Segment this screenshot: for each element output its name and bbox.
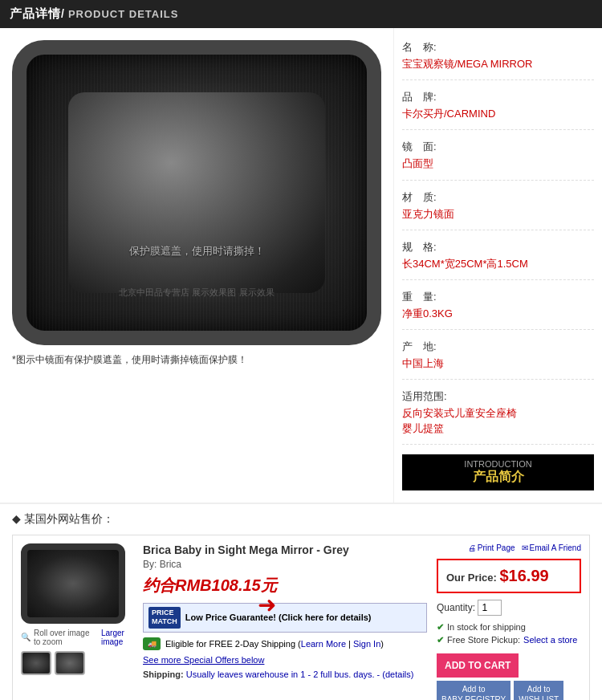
store-row: ✔ Free Store Pickup: Select a store	[437, 635, 581, 645]
buttons-section: ADD TO CART Add to BABY REGISTRY Add to …	[437, 653, 581, 700]
product-main-image: 保护膜遮盖，使用时请撕掉！ 北京中田品专营店 展示效果图 展示效果	[12, 40, 381, 345]
page-header: 产品详情/PRODUCT DETAILS	[0, 0, 602, 28]
quantity-row: Quantity:	[437, 600, 581, 616]
spec-material-label: 材 质:	[402, 190, 594, 205]
spec-mirror: 镜 面: 凸面型	[402, 140, 594, 180]
thumbnail-1[interactable]	[21, 651, 51, 675]
spec-weight-value: 净重0.3KG	[402, 307, 594, 321]
card-brand: By: Brica	[143, 559, 427, 570]
watermark-text: 北京中田品专营店 展示效果图 展示效果	[119, 287, 274, 299]
card-middle: Brica Baby in Sight Mega Mirror - Grey B…	[143, 543, 427, 700]
shipping-info: Shipping: Usually leaves warehouse in 1 …	[143, 669, 427, 679]
special-offers-link[interactable]: See more Special Offers below	[143, 655, 427, 665]
spec-origin-label: 产 地:	[402, 340, 594, 354]
our-price-box: Our Price: $16.99	[437, 559, 581, 593]
spec-brand-label: 品 牌:	[402, 90, 594, 104]
mirror-inner	[68, 92, 325, 293]
add-to-registry-button[interactable]: Add to BABY REGISTRY	[437, 681, 510, 700]
email-friend-link[interactable]: ✉ Email A Friend	[522, 543, 581, 552]
card-product-title: Brica Baby in Sight Mega Mirror - Grey	[143, 543, 427, 556]
add-to-wishlist-button[interactable]: Add to WISH LIST	[514, 681, 563, 700]
intro-english: INTRODUCTION	[407, 459, 589, 469]
print-email-row: 🖨 Print Page ✉ Email A Friend	[437, 543, 581, 552]
spec-name-value: 宝宝观察镜/MEGA MIRROR	[402, 57, 594, 71]
spec-scope-label: 适用范围:	[402, 389, 594, 404]
rmb-price: 约合RMB108.15元	[143, 575, 427, 596]
larger-image-link[interactable]: Larger image	[101, 629, 133, 646]
arrow-icon: ➜	[258, 592, 276, 617]
learn-more-link[interactable]: Learn More	[301, 639, 346, 649]
card-product-image	[21, 543, 125, 624]
our-price-value: $16.99	[499, 567, 548, 584]
spec-size-value: 长34CM*宽25CM*高1.5CM	[402, 257, 594, 271]
product-card: ➜ 🔍 Roll over image to zoom Larger image…	[12, 535, 590, 700]
check-icon: ✔	[437, 622, 444, 633]
sign-in-link[interactable]: Sign In	[353, 639, 380, 649]
quantity-label: Quantity:	[437, 602, 475, 613]
spec-scope-value: 反向安装式儿童安全座椅 婴儿提篮	[402, 406, 594, 435]
spec-mirror-label: 镜 面:	[402, 140, 594, 154]
our-price-label: Our Price:	[446, 572, 497, 584]
intro-header: INTRODUCTION 产品简介	[402, 454, 594, 490]
spec-material-value: 亚克力镜面	[402, 207, 594, 222]
print-page-link[interactable]: 🖨 Print Page	[468, 543, 515, 552]
spec-weight-label: 重 量:	[402, 290, 594, 304]
card-image-section: 🔍 Roll over image to zoom Larger image	[21, 543, 133, 700]
spec-origin: 产 地: 中国上海	[402, 340, 594, 380]
card-right: 🖨 Print Page ✉ Email A Friend Our Price:…	[437, 543, 581, 700]
spec-brand: 品 牌: 卡尔买丹/CARMIND	[402, 90, 594, 130]
price-match-text: Low Price Guarantee! (Click here for det…	[185, 612, 372, 622]
foreign-website-section: 某国外网站售价： ➜ 🔍 Roll over image to zoom Lar…	[0, 504, 602, 700]
spec-scope: 适用范围: 反向安装式儿童安全座椅 婴儿提篮	[402, 389, 594, 444]
spec-name: 名 称: 宝宝观察镜/MEGA MIRROR	[402, 40, 594, 80]
spec-origin-value: 中国上海	[402, 356, 594, 371]
magnify-icon: 🔍	[21, 633, 31, 641]
free-pickup-text: Free Store Pickup:	[447, 635, 520, 645]
thumbnail-row	[21, 651, 133, 675]
spec-weight: 重 量: 净重0.3KG	[402, 290, 594, 330]
in-stock-text: In stock for shipping	[447, 622, 526, 632]
quantity-input[interactable]	[478, 600, 502, 616]
check-icon-2: ✔	[437, 635, 444, 645]
intro-chinese: 产品简介	[407, 469, 589, 486]
spec-mirror-value: 凸面型	[402, 157, 594, 171]
add-to-cart-button[interactable]: ADD TO CART	[437, 653, 519, 678]
spec-brand-value: 卡尔买丹/CARMIND	[402, 107, 594, 121]
product-image-section: 保护膜遮盖，使用时请撕掉！ 北京中田品专营店 展示效果图 展示效果 *图示中镜面…	[0, 28, 393, 503]
product-specs: 名 称: 宝宝观察镜/MEGA MIRROR 品 牌: 卡尔买丹/CARMIND…	[393, 28, 602, 503]
roll-over-zoom: 🔍 Roll over image to zoom Larger image	[21, 629, 133, 646]
spec-material: 材 质: 亚克力镜面	[402, 190, 594, 230]
product-details-section: 保护膜遮盖，使用时请撕掉！ 北京中田品专营店 展示效果图 展示效果 *图示中镜面…	[0, 28, 602, 504]
truck-icon: 🚚	[143, 637, 161, 650]
spec-size-label: 规 格:	[402, 240, 594, 254]
price-arrow: ➜	[258, 592, 276, 618]
select-store-link[interactable]: Select a store	[523, 635, 577, 645]
header-chinese: 产品详情	[10, 6, 61, 20]
thumbnail-2[interactable]	[55, 651, 85, 675]
mirror-overlay-text: 保护膜遮盖，使用时请撕掉！	[129, 244, 265, 258]
stock-row: ✔ In stock for shipping	[437, 622, 581, 633]
header-english: PRODUCT DETAILS	[68, 8, 179, 20]
spec-name-label: 名 称:	[402, 40, 594, 55]
foreign-title: 某国外网站售价：	[12, 512, 590, 527]
price-match-icon: PRICEMATCH	[148, 607, 181, 629]
spec-size: 规 格: 长34CM*宽25CM*高1.5CM	[402, 240, 594, 280]
header-separator: /	[61, 7, 65, 20]
image-caption: *图示中镜面有保护膜遮盖，使用时请撕掉镜面保护膜！	[12, 353, 381, 367]
shipping-row: 🚚 Eligible for FREE 2-Day Shipping (Lear…	[143, 637, 427, 650]
shipping-text: Eligible for FREE 2-Day Shipping (Learn …	[165, 639, 384, 649]
price-match-badge: PRICEMATCH Low Price Guarantee! (Click h…	[143, 603, 427, 633]
